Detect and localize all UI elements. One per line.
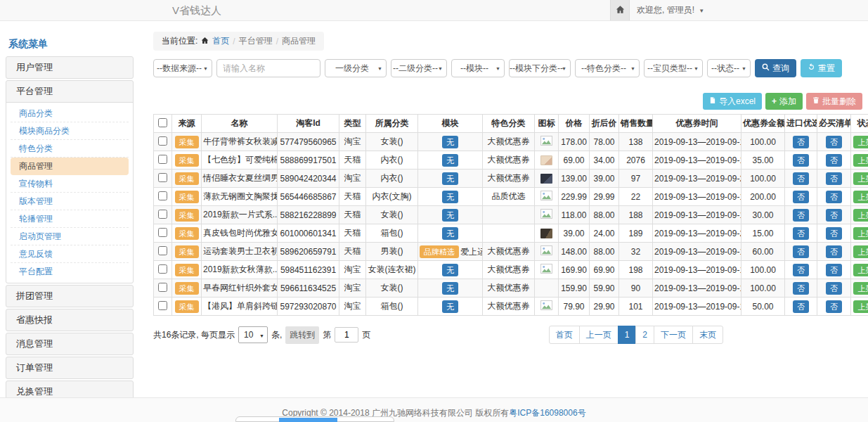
import-select-toggle[interactable]: 否 bbox=[793, 191, 809, 203]
must-buy-toggle[interactable]: 否 bbox=[826, 136, 842, 148]
import-select-toggle[interactable]: 否 bbox=[793, 264, 809, 276]
icp-link[interactable]: 粤ICP备16098006号 bbox=[509, 408, 585, 418]
row-checkbox[interactable] bbox=[158, 173, 167, 182]
must-buy-toggle[interactable]: 否 bbox=[826, 300, 842, 313]
column-header: 优惠券金额 bbox=[741, 115, 785, 133]
batch-delete-label: 批量删除 bbox=[822, 96, 856, 108]
module-none-badge[interactable]: 无 bbox=[442, 227, 458, 240]
page-size-select[interactable]: 10 ▼ bbox=[238, 326, 268, 343]
page-button-首页[interactable]: 首页 bbox=[549, 326, 580, 344]
filter-select-status[interactable]: --状态-- ▼ bbox=[707, 59, 751, 77]
import-excel-button[interactable]: 导入excel bbox=[703, 93, 762, 110]
sidebar-group-0[interactable]: 用户管理 bbox=[6, 57, 133, 78]
select-all-checkbox[interactable] bbox=[158, 118, 167, 127]
sidebar-item[interactable]: 特色分类 bbox=[11, 140, 129, 158]
import-select-toggle[interactable]: 否 bbox=[793, 245, 809, 258]
must-buy-toggle[interactable]: 否 bbox=[826, 172, 842, 185]
module-none-badge[interactable]: 无 bbox=[442, 191, 458, 203]
breadcrumb-home-link[interactable]: 首页 bbox=[212, 35, 229, 47]
module-none-badge[interactable]: 无 bbox=[442, 154, 458, 167]
sidebar-group-3[interactable]: 省惠快报 bbox=[6, 309, 133, 331]
page-button-上一页[interactable]: 上一页 bbox=[579, 326, 618, 344]
module-none-badge[interactable]: 无 bbox=[442, 282, 458, 295]
filter-select-item-type[interactable]: --宝贝类型-- ▼ bbox=[644, 59, 703, 77]
reset-button[interactable]: 重置 bbox=[801, 59, 842, 77]
sidebar-group-5[interactable]: 订单管理 bbox=[6, 357, 133, 378]
row-checkbox[interactable] bbox=[158, 283, 167, 292]
row-checkbox[interactable] bbox=[158, 264, 167, 274]
status-button[interactable]: 上架 bbox=[853, 172, 868, 185]
status-button[interactable]: 上架 bbox=[853, 282, 868, 295]
sidebar-item[interactable]: 商品分类 bbox=[11, 105, 129, 122]
icon-cell bbox=[535, 279, 559, 298]
module-none-badge[interactable]: 无 bbox=[442, 264, 458, 276]
must-buy-toggle[interactable]: 否 bbox=[826, 264, 842, 276]
must-buy-toggle[interactable]: 否 bbox=[826, 227, 842, 240]
status-button[interactable]: 上架 bbox=[853, 191, 868, 203]
filter-select-data-source[interactable]: --数据来源-- ▼ bbox=[153, 59, 212, 77]
must-buy-toggle[interactable]: 否 bbox=[826, 245, 842, 258]
product-name: 真皮钱包时尚优雅女士... bbox=[202, 224, 278, 243]
sidebar-item[interactable]: 商品管理 bbox=[11, 158, 129, 175]
import-select-toggle[interactable]: 否 bbox=[793, 282, 809, 295]
sidebar-item[interactable]: 启动页管理 bbox=[11, 228, 129, 245]
must-buy-toggle[interactable]: 否 bbox=[826, 209, 842, 222]
select-value: 一级分类 bbox=[335, 63, 369, 75]
sidebar-item[interactable]: 轮播管理 bbox=[11, 210, 129, 228]
import-select-toggle[interactable]: 否 bbox=[793, 209, 809, 222]
sidebar-group-4[interactable]: 消息管理 bbox=[6, 333, 133, 354]
sidebar-item[interactable]: 平台配置 bbox=[11, 263, 129, 281]
user-menu[interactable]: 欢迎您, 管理员! ▼ bbox=[637, 0, 704, 21]
add-button[interactable]: + 添加 bbox=[765, 93, 803, 110]
filter-select-module-subcategory[interactable]: --模块下分类-- ▼ bbox=[509, 59, 571, 77]
sidebar-item[interactable]: 意见反馈 bbox=[11, 245, 129, 263]
batch-delete-button[interactable]: 批量删除 bbox=[806, 93, 862, 110]
filter-select-module[interactable]: --模块-- ▼ bbox=[451, 59, 505, 77]
status-button[interactable]: 上架 bbox=[853, 300, 868, 313]
sidebar-item[interactable]: 模块商品分类 bbox=[11, 122, 129, 140]
must-buy-toggle[interactable]: 否 bbox=[826, 282, 842, 295]
jump-button[interactable]: 跳转到 bbox=[285, 326, 319, 344]
filter-select-category-level1[interactable]: 一级分类 ▼ bbox=[325, 59, 387, 77]
sidebar-group-2[interactable]: 拼团管理 bbox=[6, 286, 133, 307]
jump-page-input[interactable] bbox=[335, 327, 358, 343]
row-checkbox[interactable] bbox=[158, 191, 167, 200]
import-select-toggle[interactable]: 否 bbox=[793, 172, 809, 185]
status-button[interactable]: 上架 bbox=[853, 227, 868, 240]
module-none-badge[interactable]: 无 bbox=[442, 300, 458, 313]
page-button-1[interactable]: 1 bbox=[618, 326, 637, 344]
name-search-input[interactable] bbox=[216, 59, 320, 77]
row-checkbox[interactable] bbox=[158, 228, 167, 237]
status-button[interactable]: 上架 bbox=[853, 136, 868, 148]
filter-select-category-level2[interactable]: --二级分类-- ▼ bbox=[391, 59, 447, 77]
status-button[interactable]: 上架 bbox=[853, 245, 868, 258]
status-button[interactable]: 上架 bbox=[853, 209, 868, 222]
row-checkbox[interactable] bbox=[158, 246, 167, 255]
feature-category: 品质优选 bbox=[483, 188, 535, 206]
import-select-toggle[interactable]: 否 bbox=[793, 136, 809, 148]
module-none-badge[interactable]: 无 bbox=[442, 172, 458, 185]
page-button-2[interactable]: 2 bbox=[635, 326, 654, 344]
status-button[interactable]: 上架 bbox=[853, 154, 868, 167]
row-checkbox[interactable] bbox=[158, 136, 167, 146]
query-button[interactable]: 查询 bbox=[755, 59, 796, 77]
sidebar-item[interactable]: 宣传物料 bbox=[11, 175, 129, 193]
status-button[interactable]: 上架 bbox=[853, 264, 868, 276]
row-checkbox[interactable] bbox=[158, 210, 167, 219]
page-button-下一页[interactable]: 下一页 bbox=[654, 326, 693, 344]
must-buy-toggle[interactable]: 否 bbox=[826, 191, 842, 203]
sidebar-group-1[interactable]: 平台管理 bbox=[6, 81, 133, 102]
filter-select-feature-category[interactable]: --特色分类-- ▼ bbox=[575, 59, 640, 77]
home-nav-button[interactable] bbox=[610, 0, 630, 20]
sidebar-item[interactable]: 版本管理 bbox=[11, 193, 129, 210]
import-select-toggle[interactable]: 否 bbox=[793, 300, 809, 313]
row-checkbox[interactable] bbox=[158, 155, 167, 164]
module-none-badge[interactable]: 无 bbox=[442, 209, 458, 222]
module-none-badge[interactable]: 无 bbox=[442, 136, 458, 148]
row-checkbox[interactable] bbox=[158, 301, 167, 310]
trash-icon bbox=[812, 96, 820, 106]
must-buy-toggle[interactable]: 否 bbox=[826, 154, 842, 167]
import-select-toggle[interactable]: 否 bbox=[793, 154, 809, 167]
import-select-toggle[interactable]: 否 bbox=[793, 227, 809, 240]
page-button-末页[interactable]: 末页 bbox=[692, 326, 723, 344]
